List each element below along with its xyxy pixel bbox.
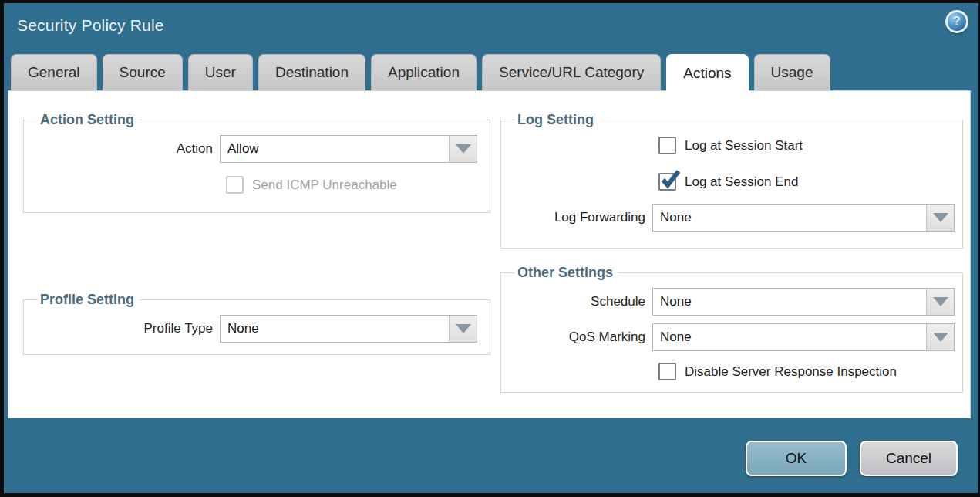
action-label: Action — [32, 141, 220, 157]
schedule-dropdown-value: None — [653, 289, 926, 315]
chevron-down-icon — [933, 213, 948, 222]
tab-label: Actions — [683, 65, 731, 82]
qos-marking-dropdown[interactable]: None — [652, 323, 955, 351]
cancel-button[interactable]: Cancel — [860, 441, 958, 476]
action-dropdown[interactable]: Allow — [220, 135, 477, 163]
tab-label: User — [205, 64, 236, 81]
question-mark-glyph: ? — [953, 15, 961, 28]
disable-server-response-inspection-checkbox[interactable] — [658, 363, 676, 380]
profile-type-dropdown-button[interactable] — [449, 316, 477, 342]
tab-service-url-category[interactable]: Service/URL Category — [482, 54, 661, 90]
log-at-session-end-label: Log at Session End — [685, 174, 798, 190]
log-forwarding-dropdown-value: None — [653, 205, 926, 231]
help-icon[interactable]: ? — [945, 10, 968, 33]
dialog-footer: OK Cancel — [746, 441, 958, 476]
log-at-session-end-checkbox[interactable] — [658, 173, 676, 191]
actions-tab-panel: Action Setting Action Allow Send ICMP Un… — [8, 90, 971, 418]
chevron-down-icon — [456, 324, 471, 333]
tab-user[interactable]: User — [188, 54, 253, 90]
profile-setting-legend: Profile Setting — [38, 292, 140, 308]
schedule-dropdown-button[interactable] — [926, 289, 954, 315]
log-setting-legend: Log Setting — [515, 112, 599, 128]
send-icmp-unreachable-checkbox — [226, 176, 244, 194]
tab-application[interactable]: Application — [371, 54, 477, 90]
chevron-down-icon — [933, 333, 948, 342]
dialog-title: Security Policy Rule — [17, 16, 164, 35]
tab-label: Service/URL Category — [499, 64, 644, 81]
profile-type-dropdown-value: None — [221, 316, 449, 342]
action-setting-group: Action Setting Action Allow Send ICMP Un… — [23, 112, 490, 213]
tab-source[interactable]: Source — [103, 54, 183, 90]
tab-label: Usage — [771, 64, 813, 81]
action-dropdown-button[interactable] — [449, 136, 477, 162]
tab-bar: General Source User Destination Applicat… — [11, 51, 972, 90]
other-settings-group: Other Settings Schedule None QoS Marking… — [500, 265, 963, 393]
chevron-down-icon — [933, 297, 948, 306]
log-at-session-start-label: Log at Session Start — [685, 138, 803, 154]
tab-destination[interactable]: Destination — [258, 54, 365, 90]
log-forwarding-label: Log Forwarding — [509, 210, 652, 225]
qos-marking-dropdown-value: None — [653, 324, 926, 350]
action-setting-legend: Action Setting — [38, 112, 140, 128]
tab-actions[interactable]: Actions — [666, 54, 748, 91]
qos-marking-label: QoS Marking — [509, 330, 652, 345]
tab-general[interactable]: General — [11, 54, 97, 90]
tab-label: Source — [120, 64, 166, 81]
qos-marking-dropdown-button[interactable] — [926, 324, 954, 350]
checkmark-icon — [660, 169, 681, 190]
disable-server-response-inspection-label: Disable Server Response Inspection — [685, 364, 897, 380]
log-forwarding-dropdown-button[interactable] — [926, 205, 954, 231]
profile-setting-group: Profile Setting Profile Type None — [23, 292, 490, 355]
log-forwarding-dropdown[interactable]: None — [652, 204, 955, 232]
tab-usage[interactable]: Usage — [754, 54, 830, 90]
security-policy-rule-dialog: Security Policy Rule ? General Source Us… — [0, 0, 980, 497]
log-at-session-start-checkbox[interactable] — [658, 137, 676, 154]
schedule-label: Schedule — [509, 294, 652, 309]
log-setting-group: Log Setting Log at Session Start Log at … — [500, 112, 963, 248]
action-dropdown-value: Allow — [221, 136, 449, 162]
profile-type-label: Profile Type — [32, 321, 220, 336]
tab-label: Application — [388, 64, 460, 81]
send-icmp-unreachable-label: Send ICMP Unreachable — [252, 178, 397, 193]
profile-type-dropdown[interactable]: None — [220, 315, 477, 343]
schedule-dropdown[interactable]: None — [652, 288, 955, 316]
chevron-down-icon — [456, 144, 471, 154]
ok-button[interactable]: OK — [746, 441, 847, 476]
title-bar: Security Policy Rule ? — [4, 3, 978, 51]
tab-label: General — [28, 64, 80, 81]
other-settings-legend: Other Settings — [515, 265, 618, 281]
tab-label: Destination — [275, 64, 349, 81]
